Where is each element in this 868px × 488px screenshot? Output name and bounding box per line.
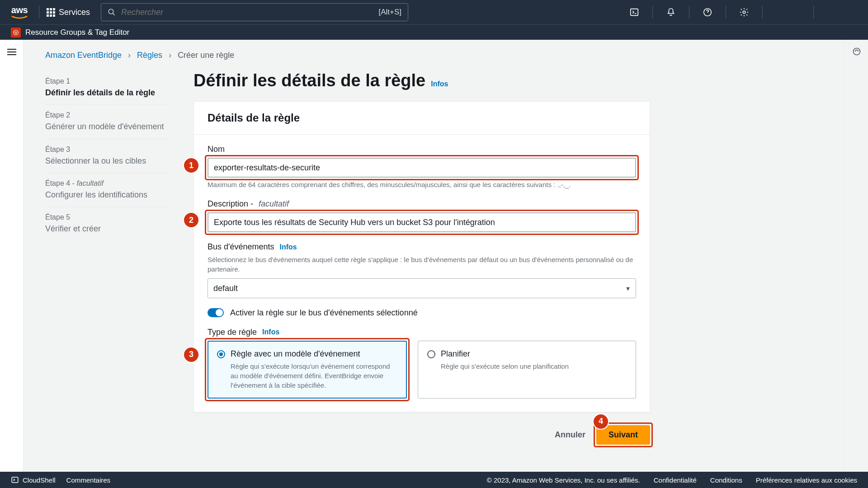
bus-info-link[interactable]: Infos: [280, 243, 297, 251]
breadcrumb-eventbridge[interactable]: Amazon EventBridge: [45, 51, 122, 60]
radio2-desc: Règle qui s'exécute selon une planificat…: [441, 361, 627, 371]
settings-button[interactable]: [733, 3, 755, 21]
breadcrumb: Amazon EventBridge › Règles › Créer une …: [45, 51, 823, 60]
field-description: 2 Description - facultatif: [208, 199, 636, 232]
info-panel-icon[interactable]: [852, 47, 861, 56]
right-gutter: [844, 40, 868, 472]
description-input[interactable]: [208, 212, 636, 232]
name-label: Nom: [208, 145, 636, 154]
gear-icon: [739, 7, 749, 17]
step-1[interactable]: Étape 1 Définir les détails de la règle: [45, 71, 172, 105]
enable-rule-label: Activer la règle sur le bus d'événements…: [230, 308, 418, 318]
terms-link[interactable]: Conditions: [710, 476, 742, 484]
aws-logo[interactable]: aws: [11, 5, 28, 20]
svg-point-4: [743, 11, 745, 14]
help-button[interactable]: [697, 3, 718, 21]
chevron-right-icon: ›: [169, 51, 171, 60]
subnav-label[interactable]: Resource Groups & Tag Editor: [25, 28, 129, 37]
wizard-actions: Annuler 4 Suivant: [193, 425, 650, 445]
name-input[interactable]: [208, 158, 636, 178]
services-label: Services: [59, 8, 90, 17]
rule-detail-card: Détails de la règle 1 Nom Maximum de 64 …: [193, 101, 650, 413]
svg-line-1: [113, 13, 115, 15]
step-5[interactable]: Étape 5 Vérifier et créer: [45, 207, 172, 240]
services-menu-button[interactable]: Services: [47, 8, 90, 17]
field-event-bus: Bus d'événements Infos Sélectionnez le b…: [208, 242, 636, 298]
grid-icon: [47, 8, 55, 17]
enable-rule-toggle[interactable]: [208, 308, 224, 317]
page-title: Définir les détails de la règle: [193, 71, 425, 90]
callout-2: 2: [184, 213, 198, 227]
nav-divider: [39, 6, 39, 19]
radio-unselected-icon: [427, 350, 435, 358]
resource-groups-badge-icon: [11, 28, 21, 38]
radio1-desc: Règle qui s'exécute lorsqu'un événement …: [231, 361, 397, 390]
field-name: 1 Nom Maximum de 64 caractères comprenan…: [208, 145, 636, 189]
cancel-button[interactable]: Annuler: [553, 426, 587, 444]
radio-selected-icon: [217, 350, 225, 358]
search-icon: [108, 8, 116, 16]
terminal-icon: [629, 7, 639, 17]
subnav-bar: Resource Groups & Tag Editor: [0, 24, 868, 40]
desc-label: Description - facultatif: [208, 199, 636, 209]
copyright-text: © 2023, Amazon Web Services, Inc. ou ses…: [487, 476, 640, 484]
callout-4: 4: [594, 414, 608, 429]
type-label: Type de règle: [208, 328, 257, 337]
bus-label: Bus d'événements: [208, 242, 274, 252]
top-nav: aws Services [Alt+S]: [0, 0, 868, 24]
svg-point-0: [108, 9, 113, 14]
bell-icon: [666, 7, 676, 17]
bus-help: Sélectionnez le bus d'événements auquel …: [208, 255, 636, 274]
step-3[interactable]: Étape 3 Sélectionner la ou les cibles: [45, 139, 172, 173]
chevron-right-icon: ›: [128, 51, 131, 60]
step-4[interactable]: Étape 4 - facultatif Configurer les iden…: [45, 173, 172, 207]
nav-icon-group: [623, 3, 857, 21]
step-2[interactable]: Étape 2 Générer un modèle d'événement: [45, 105, 172, 139]
event-bus-select[interactable]: default: [208, 278, 636, 298]
privacy-link[interactable]: Confidentialité: [654, 476, 697, 484]
type-info-link[interactable]: Infos: [262, 328, 279, 336]
page-info-link[interactable]: Infos: [431, 80, 448, 88]
wizard-steps: Étape 1 Définir les détails de la règle …: [45, 71, 172, 445]
breadcrumb-current: Créer une règle: [178, 51, 234, 60]
radio2-title: Planifier: [441, 349, 470, 359]
cloudshell-button[interactable]: CloudShell: [11, 476, 56, 484]
svg-point-5: [14, 30, 19, 35]
cookies-link[interactable]: Préférences relatives aux cookies: [756, 476, 857, 484]
sidebar-toggle-button[interactable]: [7, 47, 16, 57]
breadcrumb-rules[interactable]: Règles: [137, 51, 162, 60]
callout-3: 3: [184, 347, 198, 362]
search-input[interactable]: [121, 8, 378, 17]
svg-point-6: [15, 32, 17, 33]
card-title: Détails de la règle: [208, 112, 636, 124]
feedback-link[interactable]: Commentaires: [66, 476, 111, 484]
rule-type-pattern[interactable]: Règle avec un modèle d'événement Règle q…: [208, 341, 407, 399]
footer-bar: CloudShell Commentaires © 2023, Amazon W…: [0, 472, 868, 488]
radio1-title: Règle avec un modèle d'événement: [231, 349, 360, 359]
left-gutter: [0, 40, 24, 472]
svg-point-7: [853, 48, 860, 55]
page-title-row: Définir les détails de la règle Infos: [193, 71, 650, 90]
global-search[interactable]: [Alt+S]: [101, 3, 408, 21]
enable-rule-toggle-row: Activer la règle sur le bus d'événements…: [208, 308, 636, 318]
notifications-button[interactable]: [660, 3, 682, 21]
callout-1: 1: [184, 158, 198, 173]
search-shortcut: [Alt+S]: [378, 8, 401, 17]
name-help: Maximum de 64 caractères comprenant des …: [208, 180, 636, 189]
field-rule-type: 3 Type de règle Infos: [208, 328, 636, 399]
rule-type-schedule[interactable]: Planifier Règle qui s'exécute selon une …: [418, 341, 636, 399]
help-icon: [703, 7, 712, 17]
terminal-icon: [11, 476, 19, 484]
next-button[interactable]: Suivant: [596, 425, 650, 445]
cloudshell-icon-button[interactable]: [623, 3, 645, 21]
